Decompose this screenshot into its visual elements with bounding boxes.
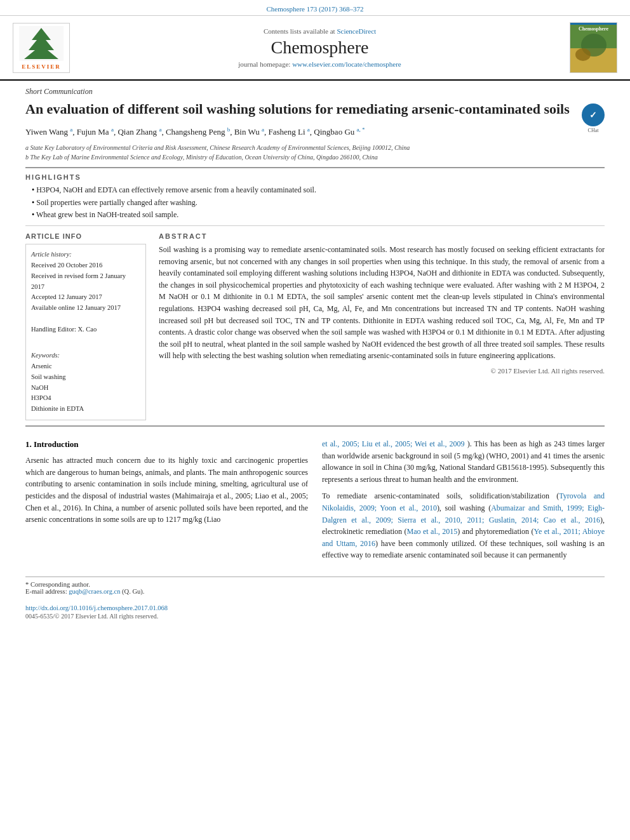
affiliations: a State Key Laboratory of Environmental …	[25, 143, 605, 162]
affiliation-b: b The Key Lab of Marine Environmental Sc…	[25, 152, 605, 162]
crossmark-icon: ✓	[582, 103, 605, 126]
article-history-label: Article history:	[31, 250, 140, 260]
keyword-3: NaOH	[31, 383, 140, 394]
keyword-1: Arsenic	[31, 361, 140, 372]
body-columns: 1. Introduction Arsenic has attracted mu…	[25, 438, 605, 566]
introduction-section: 1. Introduction Arsenic has attracted mu…	[25, 438, 605, 566]
elsevier-logo: ELSEVIER	[13, 23, 70, 73]
authors-line: Yiwen Wang a, Fujun Ma a, Qian Zhang a, …	[25, 125, 605, 139]
body-left-col: 1. Introduction Arsenic has attracted mu…	[25, 438, 308, 566]
journal-banner: ELSEVIER Contents lists available at Sci…	[0, 16, 630, 81]
keyword-2: Soil washing	[31, 372, 140, 383]
paper-title: An evaluation of different soil washing …	[25, 100, 605, 119]
issn-line: 0045-6535/© 2017 Elsevier Ltd. All right…	[25, 613, 605, 620]
article-info-abstract: ARTICLE INFO Article history: Received 2…	[25, 232, 605, 420]
intro-paragraph-1: Arsenic has attracted much concern due t…	[25, 455, 308, 526]
journal-title: Chemosphere	[83, 37, 557, 58]
author-email-link[interactable]: guqb@craes.org.cn	[69, 588, 120, 595]
abstract-column: ABSTRACT Soil washing is a promising way…	[159, 232, 605, 420]
divider-highlights	[25, 225, 605, 226]
divider-after-affiliations	[25, 167, 605, 168]
keywords-section: Keywords: Arsenic Soil washing NaOH H3PO…	[31, 350, 140, 415]
journal-center: Contents lists available at ScienceDirec…	[83, 27, 557, 68]
intro-paragraph-1-cont: et al., 2005; Liu et al., 2005; Wei et a…	[322, 438, 605, 485]
journal-citation: Chemosphere 173 (2017) 368–372	[0, 0, 630, 16]
available-online: Available online 12 January 2017	[31, 303, 140, 314]
doi-line[interactable]: http://dx.doi.org/10.1016/j.chemosphere.…	[25, 604, 605, 611]
svg-rect-7	[570, 23, 617, 25]
doi-link[interactable]: http://dx.doi.org/10.1016/j.chemosphere.…	[25, 604, 168, 611]
affiliation-a: a State Key Laboratory of Environmental …	[25, 143, 605, 152]
divider-abstract-body	[25, 425, 605, 427]
intro-paragraph-2: To remediate arsenic-contaminated soils,…	[322, 490, 605, 561]
ref-link-4[interactable]: Mao et al., 2015	[407, 527, 458, 536]
intro-heading: 1. Introduction	[25, 438, 308, 451]
elsevier-tree-icon	[19, 26, 64, 61]
received-revised: Received in revised form 2 January 2017	[31, 271, 140, 293]
abstract-label: ABSTRACT	[159, 232, 605, 240]
highlights-section: HIGHLIGHTS H3PO4, NaOH and EDTA can effe…	[25, 173, 605, 220]
accepted-date: Accepted 12 January 2017	[31, 292, 140, 303]
contents-available: Contents lists available at ScienceDirec…	[83, 27, 557, 35]
copyright: © 2017 Elsevier Ltd. All rights reserved…	[159, 367, 605, 375]
article-info-label: ARTICLE INFO	[25, 232, 146, 240]
article-info-column: ARTICLE INFO Article history: Received 2…	[25, 232, 146, 420]
article-info-box: Article history: Received 20 October 201…	[25, 244, 146, 420]
abstract-text: Soil washing is a promising way to remed…	[159, 244, 605, 362]
footnote-section: * Corresponding author. E-mail address: …	[25, 577, 605, 620]
sciencedirect-link[interactable]: ScienceDirect	[337, 27, 376, 35]
article-type: Short Communication	[25, 87, 605, 97]
journal-thumbnail: Chemosphere	[570, 22, 617, 73]
keyword-4: H3PO4	[31, 393, 140, 404]
ref-link-1[interactable]: et al., 2005; Liu et al., 2005; Wei et a…	[322, 439, 465, 448]
paper-body: Short Communication ✓ CHat An evaluation…	[0, 81, 630, 626]
crossmark-badge[interactable]: ✓ CHat	[582, 103, 605, 133]
highlight-3: Wheat grew best in NaOH-treated soil sam…	[25, 210, 605, 220]
highlight-1: H3PO4, NaOH and EDTA can effectively rem…	[25, 185, 605, 196]
received-date: Received 20 October 2016	[31, 260, 140, 271]
corresponding-note: * Corresponding author.	[25, 581, 605, 588]
highlights-label: HIGHLIGHTS	[25, 173, 605, 181]
elsevier-wordmark: ELSEVIER	[16, 63, 67, 70]
svg-text:✓: ✓	[589, 110, 597, 120]
handling-editor: Handling Editor: X. Cao	[31, 324, 140, 335]
citation-text: Chemosphere 173 (2017) 368–372	[266, 5, 363, 13]
journal-cover-image: Chemosphere	[570, 22, 617, 73]
email-note: E-mail address: guqb@craes.org.cn (Q. Gu…	[25, 588, 605, 595]
keyword-5: Dithionite in EDTA	[31, 404, 140, 415]
crossmark-label: CHat	[582, 128, 605, 133]
cover-label: Chemosphere	[570, 26, 617, 32]
body-right-col: et al., 2005; Liu et al., 2005; Wei et a…	[322, 438, 605, 566]
journal-homepage-link[interactable]: www.elsevier.com/locate/chemosphere	[292, 60, 401, 68]
svg-point-6	[575, 48, 591, 61]
journal-homepage: journal homepage: www.elsevier.com/locat…	[83, 60, 557, 68]
keywords-label: Keywords:	[31, 350, 140, 361]
highlight-2: Soil properties were partially changed a…	[25, 197, 605, 208]
